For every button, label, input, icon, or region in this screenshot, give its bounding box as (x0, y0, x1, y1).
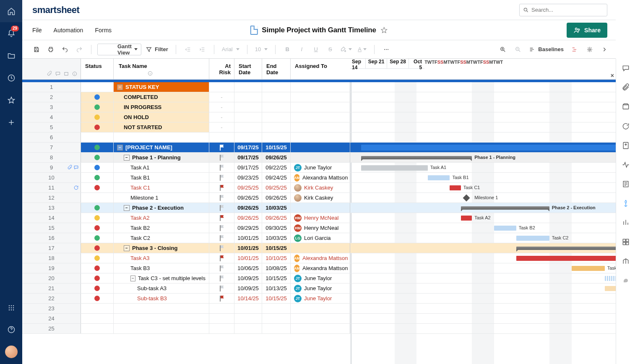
start-date-cell[interactable]: 09/26/25 (234, 193, 262, 203)
grid-row[interactable]: 24 (22, 314, 616, 324)
attachments-icon[interactable] (616, 78, 635, 97)
start-date-cell[interactable]: 09/26/25 (234, 213, 262, 223)
gantt-cell[interactable]: Task C3 - set multiple levels (350, 273, 616, 283)
task-cell[interactable]: Task A1 (114, 163, 209, 172)
gantt-bar[interactable] (605, 286, 616, 291)
help-icon[interactable] (0, 318, 22, 341)
end-date-cell[interactable]: 10/15/25 (262, 143, 291, 152)
row-attachments-icon[interactable] (47, 71, 52, 77)
row-number[interactable]: 23 (22, 304, 81, 313)
assigned-cell[interactable] (291, 304, 350, 313)
end-date-cell[interactable] (262, 92, 291, 102)
end-date-cell[interactable]: 09/26/25 (262, 213, 291, 223)
redo-icon[interactable] (73, 44, 85, 55)
end-date-cell[interactable]: 09/22/25 (262, 163, 291, 172)
collapse-toggle[interactable]: − (124, 205, 130, 211)
status-cell[interactable] (81, 243, 114, 253)
grid-row[interactable]: 16Task C210/01/2510/03/25LGLori GarciaTa… (22, 233, 616, 243)
risk-cell[interactable]: - (209, 112, 234, 122)
status-cell[interactable] (81, 273, 114, 283)
task-cell[interactable]: Task C1 (114, 183, 209, 192)
start-date-cell[interactable]: 09/17/25 (234, 143, 262, 152)
assigned-cell[interactable] (291, 122, 350, 132)
collapse-toggle[interactable]: − (117, 84, 123, 90)
grid-row[interactable]: 20−Task C3 - set multiple levels10/09/25… (22, 273, 616, 283)
undo-icon[interactable] (59, 44, 71, 55)
assigned-cell[interactable]: JTJune Taylor (291, 163, 350, 172)
gantt-cell[interactable]: Phase 1 - Planning (350, 153, 616, 162)
row-number[interactable]: 19 (22, 263, 81, 273)
gantt-cell[interactable]: Task B3 (350, 263, 616, 273)
start-date-cell[interactable] (234, 92, 262, 102)
grid-row[interactable]: 5NOT STARTED- (22, 122, 616, 133)
row-number[interactable]: 1 (22, 82, 81, 92)
row-comments-icon[interactable] (55, 71, 61, 77)
favorites-icon[interactable] (0, 89, 22, 111)
end-date-cell[interactable]: 10/08/25 (262, 263, 291, 273)
risk-cell[interactable]: - (209, 122, 234, 132)
start-date-cell[interactable]: 10/09/25 (234, 273, 262, 283)
assigned-cell[interactable] (291, 143, 350, 152)
gantt-cell[interactable] (350, 324, 616, 333)
end-date-cell[interactable]: 09/26/25 (262, 193, 291, 203)
assigned-cell[interactable]: AMAlexandra Mattson (291, 253, 350, 263)
gantt-cell[interactable]: Task B2 (350, 223, 616, 233)
task-cell[interactable]: −[PROJECT NAME] (114, 143, 209, 152)
status-cell[interactable] (81, 163, 114, 172)
task-cell[interactable]: −Phase 1 - Planning (114, 153, 209, 162)
status-cell[interactable] (81, 92, 114, 102)
grid-row[interactable]: 17−Phase 3 - Closing10/01/2510/15/25Phas… (22, 243, 616, 253)
critical-path-icon[interactable] (569, 44, 580, 55)
gantt-cell[interactable] (350, 133, 616, 142)
status-cell[interactable] (81, 233, 114, 243)
row-number[interactable]: 7 (22, 143, 81, 152)
task-cell[interactable]: −Phase 3 - Closing (114, 243, 209, 253)
risk-cell[interactable]: - (209, 102, 234, 112)
end-date-cell[interactable]: 09/30/25 (262, 223, 291, 233)
grid-row[interactable]: 10Task B109/23/2509/24/25AMAlexandra Mat… (22, 173, 616, 183)
gantt-cell[interactable]: Task C1 (350, 183, 616, 192)
fill-color-icon[interactable] (338, 44, 354, 55)
task-cell[interactable]: Milestone 1 (114, 193, 209, 203)
add-new-icon[interactable] (0, 111, 22, 133)
risk-cell[interactable] (209, 273, 234, 283)
grid-row[interactable]: 8−Phase 1 - Planning09/17/2509/26/25Phas… (22, 153, 616, 163)
row-number[interactable]: 12 (22, 193, 81, 203)
end-date-cell[interactable] (262, 102, 291, 112)
grid-row[interactable]: 1−STATUS KEY (22, 82, 616, 92)
row-number[interactable]: 24 (22, 314, 81, 323)
folder-icon[interactable] (0, 44, 22, 67)
risk-cell[interactable] (209, 294, 234, 303)
row-number[interactable]: 15 (22, 223, 81, 233)
status-cell[interactable] (81, 102, 114, 112)
menu-file[interactable]: File (32, 27, 42, 34)
risk-cell[interactable] (209, 163, 234, 172)
risk-cell[interactable] (209, 253, 234, 263)
collapse-toggle[interactable]: − (117, 145, 123, 151)
assigned-cell[interactable] (291, 324, 350, 333)
assigned-cell[interactable] (291, 102, 350, 112)
task-cell[interactable]: COMPLETED (114, 92, 209, 102)
gantt-cell[interactable] (350, 82, 616, 92)
risk-cell[interactable] (209, 82, 234, 92)
status-cell[interactable] (81, 82, 114, 92)
row-info-icon[interactable] (72, 71, 78, 77)
risk-cell[interactable] (209, 173, 234, 182)
search-field[interactable] (531, 7, 604, 13)
col-status[interactable]: Status (81, 59, 114, 79)
task-cell[interactable] (114, 324, 209, 333)
status-cell[interactable] (81, 193, 114, 203)
grid-row[interactable]: 11Task C109/25/2509/25/25Kirk CaskeyTask… (22, 183, 616, 193)
grid-row[interactable]: 14Task A209/26/2509/26/25HMHenry McNealT… (22, 213, 616, 223)
task-cell[interactable] (114, 314, 209, 323)
gantt-bar[interactable] (461, 206, 549, 210)
start-date-cell[interactable] (234, 102, 262, 112)
assigned-cell[interactable]: Kirk Caskey (291, 183, 350, 192)
row-number[interactable]: 8 (22, 153, 81, 162)
start-date-cell[interactable]: 09/17/25 (234, 163, 262, 172)
gantt-cell[interactable]: Phase 3 - Closing (350, 243, 616, 253)
col-task[interactable]: Task Name (114, 59, 209, 79)
gantt-cell[interactable]: Task C2 (350, 233, 616, 243)
notifications-icon[interactable]: 29 (0, 22, 22, 44)
end-date-cell[interactable] (262, 82, 291, 92)
